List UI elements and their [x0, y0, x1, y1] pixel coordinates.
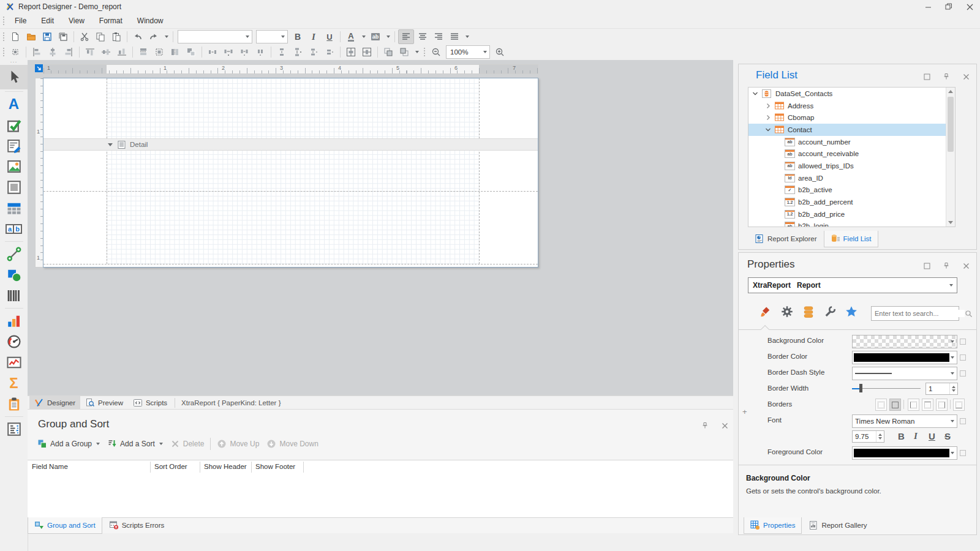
font-strikeout-button[interactable]: S: [944, 431, 951, 441]
tool-panel[interactable]: [0, 177, 28, 198]
borders-none-button[interactable]: [875, 399, 887, 411]
undo-button[interactable]: [130, 30, 145, 43]
font-name-editor[interactable]: Times New Roman: [852, 414, 957, 428]
align-lefts-button[interactable]: [29, 45, 44, 59]
font-size-combo[interactable]: [256, 30, 288, 43]
space-vertical-increase-button[interactable]: [290, 45, 305, 59]
column-field-name[interactable]: Field Name: [32, 463, 68, 470]
group-sort-empty-list[interactable]: [28, 473, 733, 518]
align-dropdown[interactable]: [463, 30, 470, 43]
tree-item-account-number[interactable]: ab account_number: [748, 136, 955, 148]
tree-item-address[interactable]: Address: [748, 100, 955, 112]
border-color-extra-button[interactable]: [960, 354, 966, 361]
tool-checkbox[interactable]: [0, 114, 28, 135]
layout-toolbar-grip[interactable]: [2, 47, 5, 57]
tab-report-gallery[interactable]: Report Gallery: [802, 517, 873, 534]
spin-down-icon[interactable]: [878, 437, 882, 440]
tool-pivot-grid[interactable]: Σ: [0, 373, 28, 394]
tab-designer[interactable]: Designer: [29, 396, 80, 410]
open-button[interactable]: [24, 30, 39, 43]
minimize-button[interactable]: [918, 0, 938, 13]
property-row-background-color[interactable]: Background Color: [739, 333, 976, 349]
tab-preview[interactable]: Preview: [80, 396, 128, 410]
chevron-down-icon[interactable]: [752, 90, 759, 97]
scroll-up-icon[interactable]: [946, 88, 955, 96]
copy-button[interactable]: [93, 30, 108, 43]
tree-item-dataset-contacts[interactable]: DataSet_Contacts: [748, 88, 955, 100]
align-bottoms-button[interactable]: [115, 45, 129, 59]
borders-all-button[interactable]: [889, 399, 901, 411]
border-width-slider-thumb[interactable]: [859, 384, 862, 392]
redo-dropdown[interactable]: [162, 30, 170, 43]
font-size-value-input[interactable]: [853, 431, 876, 442]
snap-to-grid-button[interactable]: [8, 45, 23, 59]
add-a-group-button[interactable]: Add a Group: [34, 437, 104, 451]
field-list-maximize-icon[interactable]: [922, 72, 932, 81]
justify-button[interactable]: [447, 30, 462, 43]
left-margin-line[interactable]: [107, 78, 107, 264]
report-page[interactable]: Detail: [43, 78, 538, 268]
tool-table[interactable]: [0, 198, 28, 219]
field-list-close-icon[interactable]: [961, 72, 971, 81]
menu-view[interactable]: View: [61, 15, 92, 27]
field-list-scrollbar[interactable]: [946, 88, 955, 227]
tree-item-allowed-trips-ids[interactable]: ab allowed_trips_IDs: [748, 160, 955, 172]
bold-button[interactable]: B: [290, 30, 305, 43]
cut-button[interactable]: [77, 30, 92, 43]
chevron-right-icon[interactable]: [764, 114, 772, 121]
align-tops-button[interactable]: [83, 45, 97, 59]
menu-window[interactable]: Window: [130, 15, 171, 27]
property-row-borders[interactable]: Borders: [739, 397, 976, 413]
group-sort-close-icon[interactable]: [720, 421, 729, 430]
font-underline-button[interactable]: U: [929, 431, 935, 441]
add-a-sort-button[interactable]: Add a Sort: [104, 437, 167, 451]
foreground-color-editor[interactable]: [852, 446, 957, 460]
tool-pointer[interactable]: [0, 65, 28, 89]
tool-sparkline[interactable]: [0, 352, 28, 373]
tree-item-b2b-add-price[interactable]: 1.2 b2b_add_price: [748, 208, 955, 220]
tool-richtext[interactable]: [0, 135, 28, 156]
scrollbar-thumb[interactable]: [948, 97, 954, 152]
size-to-grid-button[interactable]: [152, 45, 167, 59]
appearance-tab-icon[interactable]: [760, 305, 772, 318]
zoom-toolbar-grip[interactable]: [423, 47, 426, 57]
space-horizontal-increase-button[interactable]: [221, 45, 236, 59]
underline-button[interactable]: U: [322, 30, 337, 43]
column-show-header[interactable]: Show Header: [204, 463, 247, 470]
order-dropdown[interactable]: [413, 45, 420, 59]
design-surface[interactable]: 1 1 2 3 4 5 6 7 1 1 Detail: [28, 60, 733, 395]
border-dash-style-editor[interactable]: [852, 367, 957, 380]
menu-file[interactable]: File: [7, 15, 34, 27]
delete-button[interactable]: Delete: [167, 437, 208, 451]
restore-button[interactable]: [938, 0, 959, 13]
save-all-button[interactable]: [56, 30, 70, 43]
tool-picturebox[interactable]: [0, 156, 28, 177]
background-color-extra-button[interactable]: [960, 339, 966, 345]
properties-search-box[interactable]: [871, 306, 959, 321]
borders-right-button[interactable]: [936, 399, 948, 411]
borders-bottom-button[interactable]: [953, 399, 965, 411]
tree-item-b2b-active[interactable]: ✓ b2b_active: [748, 184, 955, 197]
align-middles-button[interactable]: [99, 45, 113, 59]
chevron-right-icon[interactable]: [764, 102, 772, 110]
zoom-in-button[interactable]: [492, 45, 507, 59]
bring-to-front-button[interactable]: [381, 45, 396, 59]
detail-band-header[interactable]: Detail: [43, 138, 538, 151]
zoom-out-button[interactable]: [429, 45, 443, 59]
space-vertical-decrease-button[interactable]: [306, 45, 321, 59]
tool-subreport[interactable]: [0, 394, 28, 414]
property-row-border-dash-style[interactable]: Border Dash Style: [739, 365, 976, 381]
highlight-button[interactable]: ab: [368, 30, 383, 43]
tab-field-list[interactable]: Field List: [824, 231, 878, 247]
space-vertical-remove-button[interactable]: [322, 45, 337, 59]
align-centers-button[interactable]: [45, 45, 60, 59]
paste-button[interactable]: [109, 30, 124, 43]
tool-label[interactable]: A: [0, 94, 28, 114]
column-sort-order[interactable]: Sort Order: [154, 463, 187, 470]
close-button[interactable]: [959, 0, 980, 13]
band-collapse-icon[interactable]: [108, 143, 113, 146]
center-horizontally-button[interactable]: [344, 45, 358, 59]
property-row-border-width[interactable]: Border Width: [739, 381, 976, 397]
tool-table-of-contents[interactable]: [0, 419, 28, 440]
chevron-down-icon[interactable]: [764, 126, 772, 133]
